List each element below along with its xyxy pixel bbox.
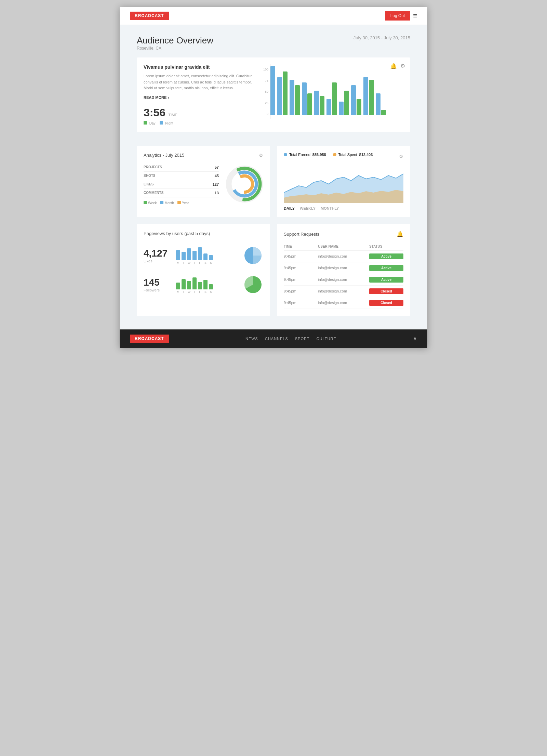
analytics-title: Analytics - July 2015 xyxy=(144,153,184,158)
row-time: 9:45pm xyxy=(284,254,318,258)
footer-nav-culture[interactable]: CULTURE xyxy=(317,337,336,341)
row-time: 9:45pm xyxy=(284,277,318,282)
y-axis-labels: 1007550250 xyxy=(263,64,268,119)
time-label: TIME xyxy=(169,113,177,117)
likes-label: Likes xyxy=(144,259,171,263)
total-spent-item: Total Spent $12,403 xyxy=(333,153,373,157)
total-spent-label: Total Spent xyxy=(338,153,357,157)
header: BROADCAST Log Out ≡ xyxy=(120,7,427,25)
followers-bar-chart xyxy=(176,276,238,289)
bar-s1 xyxy=(203,253,208,260)
svg-point-3 xyxy=(236,176,253,192)
time-value: 3:56 xyxy=(144,106,165,119)
row-time: 9:45pm xyxy=(284,301,318,305)
logout-button[interactable]: Log Out xyxy=(385,11,411,21)
hero-body: Lorem ipsum dolor sit amet, consectetur … xyxy=(144,73,253,91)
footer: BROADCAST NEWS CHANNELS SPORT CULTURE ∧ xyxy=(120,329,427,348)
likes-metric-row: 4,127 Likes MTWTFSS xyxy=(144,241,263,270)
bar-s1 xyxy=(203,280,208,289)
night-legend: Night xyxy=(160,121,173,125)
footer-nav: NEWS CHANNELS SPORT CULTURE xyxy=(245,337,336,341)
support-bell-icon[interactable]: 🔔 xyxy=(397,231,403,237)
row-time: 9:45pm xyxy=(284,266,318,270)
bar-chart-area: 1007550250 xyxy=(263,64,403,119)
earnings-legend-area: Total Earned $56,958 Total Spent $12,403 xyxy=(284,153,373,160)
row-user: info@design.com xyxy=(318,289,369,293)
footer-brand: BROADCAST xyxy=(130,335,169,343)
status-badge: Closed xyxy=(369,288,403,294)
daily-tabs: DAILY WEEKLY MONTHLY xyxy=(284,206,403,210)
status-badge: Active xyxy=(369,253,403,259)
footer-nav-news[interactable]: NEWS xyxy=(245,337,258,341)
table-row: 9:45pm info@design.com Active xyxy=(284,251,403,262)
hero-time: 3:56 TIME xyxy=(144,106,253,119)
followers-metric-row: 145 Followers MTWTFSS xyxy=(144,270,263,299)
brand-logo: BROADCAST xyxy=(130,12,169,20)
hero-content: Vivamus pulvinar gravida elit Lorem ipsu… xyxy=(144,64,253,125)
tab-monthly[interactable]: MONTHLY xyxy=(321,206,339,210)
stat-shots: SHOTS 45 xyxy=(144,172,219,180)
bar-m xyxy=(176,283,180,289)
bar-chart xyxy=(270,64,403,119)
analytics-content: PROJECTS 57 SHOTS 45 LIKES 127 COMMENTS … xyxy=(144,163,263,205)
footer-nav-sport[interactable]: SPORT xyxy=(295,337,310,341)
followers-pie-chart xyxy=(243,274,263,295)
row-user: info@design.com xyxy=(318,254,369,258)
bar-m xyxy=(176,250,180,260)
bar-s2 xyxy=(209,255,213,260)
followers-number: 145 xyxy=(144,277,171,288)
month-legend: Month xyxy=(160,201,174,205)
stat-likes: LIKES 127 xyxy=(144,180,219,189)
status-badge: Active xyxy=(369,277,403,283)
hero-title-area: Audience Overview Roseville, CA July 30,… xyxy=(137,35,410,51)
day-legend: Day xyxy=(144,121,156,125)
col-time: TIME xyxy=(284,245,318,248)
table-row: 9:45pm info@design.com Active xyxy=(284,262,403,274)
followers-label: Followers xyxy=(144,288,171,292)
analytics-legend: Week Month Year xyxy=(144,201,219,205)
total-earned-value: $56,958 xyxy=(312,153,326,157)
scroll-up-icon[interactable]: ∧ xyxy=(413,335,417,342)
stat-projects: PROJECTS 57 xyxy=(144,163,219,172)
hero-section: Audience Overview Roseville, CA July 30,… xyxy=(120,25,427,139)
middle-grid: Analytics - July 2015 ⚙ PROJECTS 57 SHOT… xyxy=(120,146,427,224)
earnings-legend: Total Earned $56,958 Total Spent $12,403 xyxy=(284,153,373,157)
bar-w xyxy=(187,281,191,289)
analytics-gear-icon[interactable]: ⚙ xyxy=(259,153,263,158)
footer-nav-channels[interactable]: CHANNELS xyxy=(265,337,288,341)
menu-button[interactable]: ≡ xyxy=(413,12,417,20)
chart-legend: Day Night xyxy=(144,121,253,125)
bar-t2 xyxy=(192,277,197,289)
row-user: info@design.com xyxy=(318,301,369,305)
status-badge: Closed xyxy=(369,300,403,306)
followers-number-area: 145 Followers xyxy=(144,277,171,292)
pageviews-title: Pageviews by users (past 5 days) xyxy=(144,231,263,236)
page-title: Audience Overview xyxy=(137,35,213,46)
support-card: Support Requests 🔔 TIME USER NAME STATUS… xyxy=(277,224,410,316)
table-row: 9:45pm info@design.com Active xyxy=(284,274,403,286)
followers-mini-chart: MTWTFSS xyxy=(176,276,238,294)
likes-pie-chart xyxy=(243,245,263,266)
header-right: Log Out ≡ xyxy=(385,11,417,21)
status-badge: Active xyxy=(369,265,403,271)
col-status: STATUS xyxy=(369,245,403,248)
hero-title: Audience Overview Roseville, CA xyxy=(137,35,213,51)
tab-daily[interactable]: DAILY xyxy=(284,206,295,210)
read-more-link[interactable]: READ MORE › xyxy=(144,95,253,100)
table-row: 9:45pm info@design.com Closed xyxy=(284,286,403,297)
stat-comments: COMMENTS 13 xyxy=(144,189,219,197)
week-legend: Week xyxy=(144,201,157,205)
bar-t xyxy=(182,252,186,260)
total-earned-item: Total Earned $56,958 xyxy=(284,153,326,157)
likes-number: 4,127 xyxy=(144,248,171,259)
hero-heading: Vivamus pulvinar gravida elit xyxy=(144,64,253,70)
support-header: Support Requests 🔔 xyxy=(284,231,403,237)
earnings-gear-icon[interactable]: ⚙ xyxy=(399,154,403,159)
likes-bar-chart xyxy=(176,247,238,260)
bar-f xyxy=(198,247,202,260)
table-row: 9:45pm info@design.com Closed xyxy=(284,297,403,309)
tab-weekly[interactable]: WEEKLY xyxy=(300,206,316,210)
total-earned-label: Total Earned xyxy=(289,153,310,157)
col-username: USER NAME xyxy=(318,245,369,248)
analytics-card-header: Analytics - July 2015 ⚙ xyxy=(144,153,263,158)
